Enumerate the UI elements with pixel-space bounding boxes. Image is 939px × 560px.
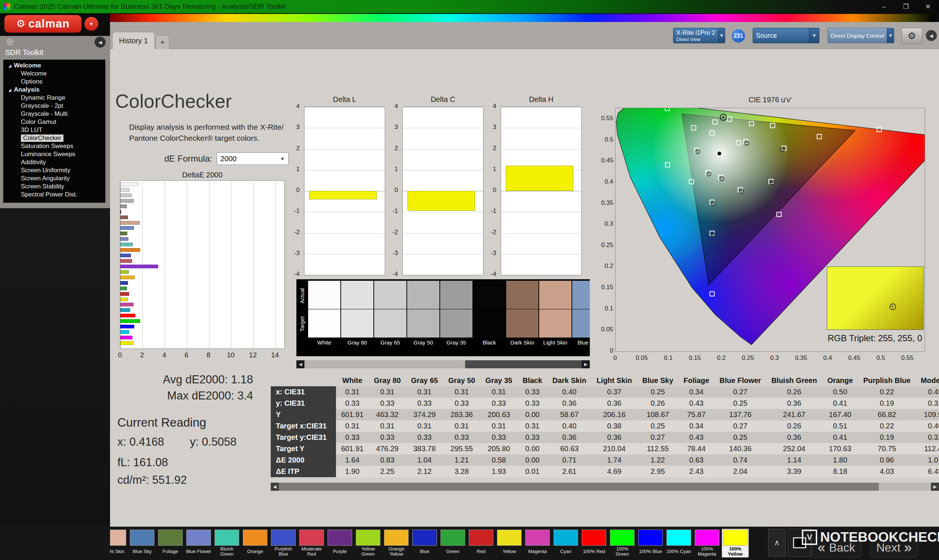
patch-label: Gray 80 (341, 339, 373, 346)
chevron-down-icon[interactable]: ▼ (887, 28, 894, 43)
color-swatch-purple[interactable]: Purple (327, 529, 353, 557)
target-icon[interactable]: ◎ (5, 37, 15, 46)
table-cell: 0.27 (714, 420, 766, 432)
table-cell: 0.36 (591, 398, 637, 409)
source-dropdown[interactable]: Source ▼ (752, 28, 819, 43)
color-swatch-orange[interactable]: Orange (242, 529, 268, 557)
color-swatch-red[interactable]: Red (468, 529, 495, 557)
cie-title: CIE 1976 u'v' (615, 95, 925, 104)
chevron-down-icon[interactable]: ▼ (718, 28, 725, 43)
collapse-panel-button[interactable]: ◀ (926, 30, 937, 41)
row-label: Target y:CIE31 (271, 432, 336, 443)
tab-history-1[interactable]: History 1 (112, 32, 155, 49)
swatch-color (243, 529, 267, 546)
close-icon[interactable]: ✕ (917, 0, 939, 13)
sidebar-item-welcome[interactable]: ◢Welcome (3, 62, 105, 70)
color-swatch-100-cyan[interactable]: 100% Cyan (665, 529, 692, 557)
rgb-triplet-label: RGB Triplet: 255, 255, 0 (739, 333, 922, 343)
sidebar-item-screen-angularity[interactable]: Screen Angularity (3, 174, 105, 183)
sidebar-item-options[interactable]: Options (3, 78, 105, 86)
table-cell: 0.74 (714, 454, 766, 466)
chevron-down-icon[interactable]: ▼ (809, 28, 819, 43)
color-swatch-orange-yellow[interactable]: Orange Yellow (383, 529, 410, 557)
color-swatch-100-magenta[interactable]: 100% Magenta (694, 529, 720, 557)
color-swatch-moderate-red[interactable]: Moderate Red (298, 529, 325, 557)
sidebar-item-grayscale-multi[interactable]: Grayscale - Multi (3, 110, 105, 118)
de-formula-select[interactable]: 2000 ▼ (217, 152, 289, 165)
sidebar-item-dynamic-range[interactable]: Dynamic Range (3, 94, 105, 102)
color-swatch-cyan[interactable]: Cyan (552, 529, 579, 557)
swatch-label: Purple (333, 546, 347, 557)
maximize-icon[interactable]: ❐ (895, 0, 917, 13)
scroll-right-icon[interactable]: ▶ (931, 483, 939, 491)
logo-menu-button[interactable]: ▼ (84, 17, 98, 31)
sidebar-item-3d-lut[interactable]: 3D LUT (3, 126, 105, 134)
patch-label: Gray 65 (374, 339, 406, 346)
sidebar-item-additivity[interactable]: Additivity (3, 158, 105, 166)
color-swatch-green[interactable]: Green (439, 529, 466, 557)
table-cell: 1.80 (822, 454, 858, 466)
expand-pattern-panel-button[interactable]: ∧ (768, 529, 786, 557)
scrollbar-thumb[interactable] (279, 483, 879, 491)
scrollbar-thumb[interactable] (304, 360, 465, 368)
color-swatch-foliage[interactable]: Foliage (157, 529, 184, 557)
minimize-icon[interactable]: – (873, 0, 895, 13)
color-swatch-100-green[interactable]: 100% Green (609, 529, 636, 557)
sidebar-item-analysis[interactable]: ◢Analysis (3, 86, 105, 94)
color-swatch-yellow[interactable]: Yellow (496, 529, 523, 557)
patch-label: Gray 50 (407, 339, 439, 346)
table-cell: 0.19 (858, 432, 916, 443)
table-row: Target Y601.91476.29383.78295.55205.800.… (271, 443, 939, 454)
color-swatch-purplish-blue[interactable]: Purplish Blue (270, 529, 297, 557)
table-cell: 0.19 (858, 398, 916, 409)
scroll-left-icon[interactable]: ◀ (271, 483, 279, 491)
swatch-color (328, 529, 352, 546)
table-cell: 383.78 (406, 443, 443, 454)
table-cell: 463.32 (369, 409, 406, 420)
sidebar-item-colorchecker[interactable]: ColorChecker (3, 134, 105, 142)
sidebar-item-luminance-sweeps[interactable]: Luminance Sweeps (3, 150, 105, 158)
sidebar-item-welcome[interactable]: Welcome (3, 70, 105, 78)
sidebar-item-screen-uniformity[interactable]: Screen Uniformity (3, 166, 105, 174)
scroll-right-icon[interactable]: ▶ (582, 360, 590, 368)
collapse-sidebar-button[interactable]: ◀ (95, 37, 106, 48)
sidebar-item-color-gamut[interactable]: Color Gamut (3, 118, 105, 126)
color-swatch-blue-sky[interactable]: Blue Sky (129, 529, 156, 557)
meter-dropdown[interactable]: X-Rite i1Pro 2 Direct View ▼ (673, 28, 725, 43)
table-cell: 0.83 (369, 454, 406, 466)
display-control-dropdown[interactable]: Direct Display Control ▼ (828, 28, 894, 43)
deltae-bar-100-blue (120, 325, 134, 328)
add-tab-button[interactable]: + (156, 35, 170, 49)
deltae-bar-cyan (120, 308, 130, 312)
color-swatch-blue[interactable]: Blue (411, 529, 438, 557)
color-swatch-100-yellow[interactable]: 100% Yellow (722, 529, 749, 557)
color-swatch-light-skin[interactable]: Light Skin (110, 529, 127, 557)
deltae-bar-red (120, 292, 129, 296)
color-swatch-magenta[interactable]: Magenta (524, 529, 551, 557)
table-scrollbar[interactable]: ◀ ▶ (271, 483, 939, 491)
color-swatch-yellow-green[interactable]: Yellow Green (355, 529, 381, 557)
scrollbar-track[interactable] (304, 360, 582, 368)
color-swatch-blue-flower[interactable]: Blue Flower (185, 529, 212, 557)
scroll-left-icon[interactable]: ◀ (296, 360, 304, 368)
color-swatch-100-red[interactable]: 100% Red (581, 529, 607, 557)
patch-strip-scrollbar[interactable]: ◀ ▶ (296, 360, 590, 368)
table-cell: 0.33 (480, 398, 517, 409)
sidebar-item-grayscale-2pt[interactable]: Grayscale - 2pt (3, 102, 105, 110)
color-swatch-bluish-green[interactable]: Bluish Green (213, 529, 240, 557)
current-reading-fl: fL: 161.08 (117, 456, 168, 469)
settings-button[interactable]: ⚙ (902, 28, 922, 44)
table-cell: 0.31 (518, 420, 547, 432)
table-cell: 206.16 (591, 409, 637, 420)
cie-measured-point (770, 181, 774, 185)
table-cell: 0.43 (678, 398, 714, 409)
delta-l-plot (304, 107, 385, 275)
sidebar-item-saturation-sweeps[interactable]: Saturation Sweeps (3, 142, 105, 150)
table-cell: 205.80 (480, 443, 517, 454)
table-cell: 0.31 (916, 398, 939, 409)
color-swatch-100-blue[interactable]: 100% Blue (637, 529, 664, 557)
scrollbar-track[interactable] (279, 483, 931, 491)
table-cell: 6.45 (916, 466, 939, 477)
sidebar-item-spectral-power-dist[interactable]: Spectral Power Dist. (3, 191, 105, 198)
sidebar-item-screen-stability[interactable]: Screen Stability (3, 183, 105, 191)
